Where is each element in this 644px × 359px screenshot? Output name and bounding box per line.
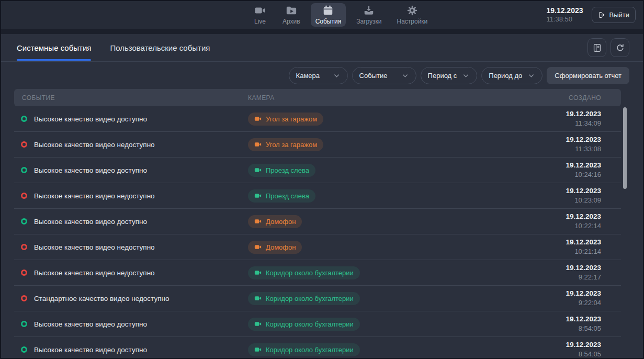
event-cell: Высокое качество видео доступно [14,320,248,328]
tabs-row: Системные события Пользовательские событ… [1,34,643,62]
nav-label: Настройки [397,18,427,25]
created-time: 10:22:14 [537,221,601,231]
table-row[interactable]: Стандартное качество видео недоступно Ко… [14,286,621,311]
created-time: 10:21:14 [537,247,601,256]
topbar-right: 19.12.2023 11:38:50 Выйти [546,1,636,29]
nav-label: Архив [283,18,300,25]
event-cell: Высокое качество видео недоступно [14,243,248,251]
created-time: 10:23:09 [537,196,601,205]
camera-name: Коридор около бухгалтерии [266,320,354,328]
logout-icon [598,11,606,19]
table-row[interactable]: Высокое качество видео доступно Домофон … [14,209,621,234]
calendar-events-icon [322,5,334,16]
table-body: Высокое качество видео доступно Угол за … [14,106,621,359]
event-filter-select[interactable]: Событие [352,67,416,84]
camera-badge[interactable]: Коридор около бухгалтерии [248,292,360,305]
tab-actions [587,38,629,57]
created-date: 19.12.2023 [537,289,601,298]
created-cell: 19.12.2023 10:24:16 [537,161,621,180]
event-label: Высокое качество видео недоступно [34,243,155,251]
created-time: 11:33:08 [537,144,601,154]
camera-name: Домофон [266,218,296,226]
created-time: 8:54:05 [537,324,601,333]
camera-badge[interactable]: Домофон [248,241,302,254]
table-row[interactable]: Высокое качество видео доступно Угол за … [14,106,621,132]
event-label: Высокое качество видео доступно [34,218,147,226]
nav-label: Live [254,18,266,25]
table-row[interactable]: Высокое качество видео доступно Коридор … [14,337,621,359]
event-cell: Высокое качество видео недоступно [14,269,248,277]
created-cell: 19.12.2023 9:22:17 [537,263,621,282]
created-time: 8:54:05 [537,350,601,359]
camera-badge[interactable]: Угол за гаражом [248,113,323,126]
event-cell: Высокое качество видео доступно [14,166,248,174]
settings-gear-icon [406,5,418,16]
period-from-select[interactable]: Период с [421,67,478,84]
event-label: Высокое качество видео доступно [34,320,147,328]
camera-badge[interactable]: Проезд слева [248,164,315,177]
table-row[interactable]: Высокое качество видео недоступно Проезд… [14,183,621,209]
camera-cell: Домофон [248,241,537,254]
created-date: 19.12.2023 [537,212,601,221]
main-nav: Live Архив События Загрузки Настройки [248,1,432,29]
tab-events[interactable]: События [311,3,346,27]
camera-name: Угол за гаражом [266,115,317,123]
report-journal-button[interactable] [587,38,606,57]
camera-icon [254,115,262,122]
created-time: 11:34:09 [537,119,601,128]
tab-settings[interactable]: Настройки [392,3,432,27]
camera-badge[interactable]: Коридор около бухгалтерии [248,343,360,356]
camera-name: Угол за гаражом [266,141,317,149]
status-ring-icon [21,218,27,225]
table-row[interactable]: Высокое качество видео доступно Проезд с… [14,158,621,183]
camera-cell: Коридор около бухгалтерии [248,292,537,305]
tab-downloads[interactable]: Загрузки [352,3,386,27]
topbar: Live Архив События Загрузки Настройки [1,1,643,29]
video-camera-icon [254,5,266,16]
event-cell: Высокое качество видео доступно [14,115,248,123]
camera-name: Коридор около бухгалтерии [266,346,354,354]
camera-badge[interactable]: Коридор около бухгалтерии [248,266,360,279]
event-label: Высокое качество видео недоступно [34,141,155,149]
created-cell: 19.12.2023 11:34:09 [537,109,621,128]
generate-report-button[interactable]: Сформировать отчет [547,67,629,84]
status-ring-icon [21,167,27,173]
camera-badge[interactable]: Коридор около бухгалтерии [248,318,360,331]
table-row[interactable]: Высокое качество видео недоступно Угол з… [14,132,621,158]
datetime: 19.12.2023 11:38:50 [546,6,583,24]
table-row[interactable]: Высокое качество видео недоступно Домофо… [14,234,621,260]
tab-system-events[interactable]: Системные события [17,34,91,62]
status-ring-icon [21,321,27,327]
table-row[interactable]: Высокое качество видео доступно Коридор … [14,311,621,337]
camera-icon [254,269,262,276]
logout-label: Выйти [609,11,630,19]
created-date: 19.12.2023 [537,340,601,350]
created-cell: 19.12.2023 10:23:09 [537,186,621,205]
event-cell: Стандартное качество видео недоступно [14,295,248,302]
camera-cell: Коридор около бухгалтерии [248,318,537,331]
camera-badge[interactable]: Проезд слева [248,189,315,203]
camera-badge[interactable]: Домофон [248,215,302,228]
created-date: 19.12.2023 [537,186,601,196]
refresh-button[interactable] [611,38,629,57]
created-cell: 19.12.2023 8:54:05 [537,340,621,359]
table-row[interactable]: Высокое качество видео недоступно Коридо… [14,260,621,286]
camera-filter-select[interactable]: Камера [289,67,348,84]
status-ring-icon [21,295,27,301]
created-date: 19.12.2023 [537,109,601,119]
camera-name: Проезд слева [266,192,309,200]
topbar-divider [1,29,643,34]
tab-archive[interactable]: Архив [278,3,305,27]
camera-cell: Угол за гаражом [248,138,537,151]
camera-badge[interactable]: Угол за гаражом [248,138,323,151]
camera-name: Коридор около бухгалтерии [266,295,354,302]
period-to-select[interactable]: Период до [481,67,543,84]
logout-button[interactable]: Выйти [592,7,636,23]
column-header-created: СОЗДАНО [537,94,621,102]
event-cell: Высокое качество видео доступно [14,346,248,354]
tab-user-events[interactable]: Пользовательские события [110,34,210,62]
scrollbar-thumb[interactable] [623,107,627,189]
chevron-down-icon [333,72,341,80]
tab-live[interactable]: Live [248,3,272,27]
created-date: 19.12.2023 [537,263,601,273]
